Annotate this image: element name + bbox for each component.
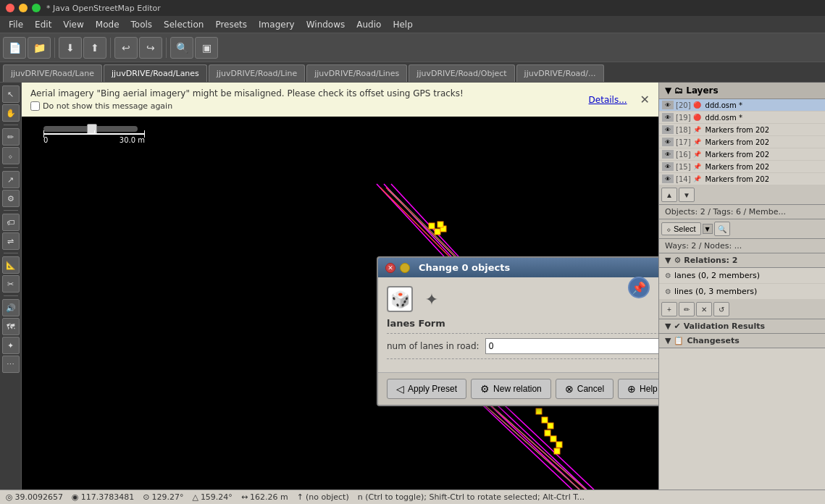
layer-visibility-1[interactable]: 👁 [662,113,674,122]
layer-row-6[interactable]: 👁 [14] 📌 Markers from 202 [659,173,825,185]
lanes-input[interactable] [485,338,658,354]
tag-tool[interactable]: 🏷 [2,214,20,231]
new-button[interactable]: 📄 [3,37,26,59]
edit-relation-button[interactable]: ✏ [679,302,695,316]
cancel-button[interactable]: ⊗ Cancel [556,379,613,399]
menu-imagery[interactable]: Imagery [253,18,301,31]
tab-0[interactable]: jjuvDRIVE/Road/Lane [3,64,102,82]
measure-tool[interactable]: 📐 [2,256,20,274]
tabbar: jjuvDRIVE/Road/Lane jjuvDRIVE/Road/Lanes… [0,62,825,83]
tab-5[interactable]: jjuvDRIVE/Road/... [516,64,604,82]
svg-rect-10 [437,222,443,227]
svg-rect-24 [556,442,562,448]
select-label: Select [674,224,696,233]
reload-relation-button[interactable]: ↺ [713,302,729,316]
add-relation-button[interactable]: + [661,302,677,316]
preset-icon[interactable]: ✦ [419,286,445,312]
minimize-button[interactable] [19,4,28,12]
help-button[interactable]: ⊕ Help [618,379,658,399]
layer-up-button[interactable]: ▲ [661,188,677,202]
layer-visibility-2[interactable]: 👁 [662,125,674,134]
misc-tool[interactable]: ⋯ [2,356,20,373]
close-button[interactable] [6,4,14,12]
alert-close-button[interactable]: ✕ [640,93,650,106]
layer-row-2[interactable]: 👁 [18] 📌 Markers from 202 [659,124,825,136]
right-panel: ▼ 🗂 Layers 👁 [20] 🔴 ddd.osm * 👁 [19] 🔴 d… [658,83,825,490]
layer-name-0: ddd.osm * [705,101,822,109]
alert-details-link[interactable]: Details... [589,95,627,105]
layer-visibility-5[interactable]: 👁 [662,162,674,171]
new-rel-icon: ⚙ [480,383,490,395]
select-tool[interactable]: ↖ [2,85,20,103]
menu-selection[interactable]: Selection [158,18,209,31]
angle1-value: 129.27° [151,492,183,502]
relation-item-1[interactable]: ⚙ lines (0, 3 members) [659,284,825,300]
open-button[interactable]: 📁 [28,37,51,59]
layer-row-0[interactable]: 👁 [20] 🔴 ddd.osm * [659,99,825,112]
tab-2[interactable]: jjuvDRIVE/Road/Line [209,64,305,82]
menu-presets[interactable]: Presets [209,18,253,31]
menu-view[interactable]: View [57,18,89,31]
apply-preset-button[interactable]: ◁ Apply Preset [387,379,466,399]
select-button[interactable]: ⬦ Select [661,222,701,235]
menu-mode[interactable]: Mode [90,18,125,31]
undo-button[interactable]: ↩ [114,37,138,59]
download-button[interactable]: ⬇ [59,37,82,59]
search-button[interactable]: 🔍 [714,222,730,236]
tab-3[interactable]: jjuvDRIVE/Road/Lines [306,64,407,82]
select-dropdown-button[interactable]: ▼ [703,224,713,234]
alert-checkbox[interactable] [30,101,40,111]
layers-toolbar: ▲ ▼ [659,185,825,205]
select-all-button[interactable]: ▣ [195,37,218,59]
layers-expand-icon[interactable]: ▼ [665,85,671,96]
menu-windows[interactable]: Windows [301,18,351,31]
layer-row-1[interactable]: 👁 [19] 🔴 ddd.osm * [659,112,825,124]
maximize-button[interactable] [32,4,41,12]
delete-relation-button[interactable]: ✕ [696,302,712,316]
cancel-label: Cancel [577,384,604,394]
dialog-minimize-button[interactable] [400,263,410,273]
relations-expand-icon[interactable]: ▼ [665,256,671,265]
layer-visibility-3[interactable]: 👁 [662,138,674,146]
layer-visibility-0[interactable]: 👁 [662,101,674,109]
ways-bar: Ways: 2 / Nodes: ... [659,239,825,253]
layer-down-button[interactable]: ▼ [679,188,695,202]
svg-rect-8 [435,229,440,235]
upload-button[interactable]: ⬆ [83,37,106,59]
tab-4[interactable]: jjuvDRIVE/Road/Object [409,64,514,82]
layers-header: ▼ 🗂 Layers [659,83,825,99]
way-tool[interactable]: ↗ [2,171,20,188]
merge-tool[interactable]: ⇌ [2,232,20,250]
layer-id-2: [18] [676,126,691,134]
menu-audio[interactable]: Audio [351,18,387,31]
menu-file[interactable]: File [3,18,29,31]
changesets-expand-icon[interactable]: ▼ [665,336,671,345]
redo-button[interactable]: ↪ [139,37,162,59]
lanes-label: num of lanes in road: [387,341,479,351]
window-controls[interactable] [6,4,41,12]
zoom-button[interactable]: 🔍 [170,37,193,59]
extra-tool[interactable]: ✦ [2,337,20,354]
relations-icon: ⚙ [674,256,681,265]
node-tool[interactable]: ⬦ [2,147,20,164]
menu-tools[interactable]: Tools [125,18,159,31]
draw-tool[interactable]: ✏ [2,128,20,146]
audio-tool[interactable]: 🔊 [2,299,20,316]
layer-visibility-6[interactable]: 👁 [662,175,674,183]
map-tool[interactable]: 🗺 [2,318,20,335]
dialog-close-button[interactable]: ✕ [385,263,395,273]
layer-row-4[interactable]: 👁 [16] 📌 Markers from 202 [659,148,825,161]
new-relation-button[interactable]: ⚙ New relation [471,379,551,399]
menu-edit[interactable]: Edit [29,18,57,31]
menu-help[interactable]: Help [387,18,418,31]
layer-visibility-4[interactable]: 👁 [662,150,674,159]
relation-tool[interactable]: ⚙ [2,190,20,207]
tab-1[interactable]: jjuvDRIVE/Road/Lanes [104,64,207,82]
map-area[interactable]: Aerial imagery "Bing aerial imagery" mig… [22,83,658,490]
relation-item-0[interactable]: ⚙ lanes (0, 2 members) [659,268,825,284]
validation-expand-icon[interactable]: ▼ [665,322,671,331]
split-tool[interactable]: ✂ [2,275,20,293]
pan-tool[interactable]: ✋ [2,104,20,122]
layer-row-5[interactable]: 👁 [15] 📌 Markers from 202 [659,161,825,173]
layer-row-3[interactable]: 👁 [17] 📌 Markers from 202 [659,136,825,148]
